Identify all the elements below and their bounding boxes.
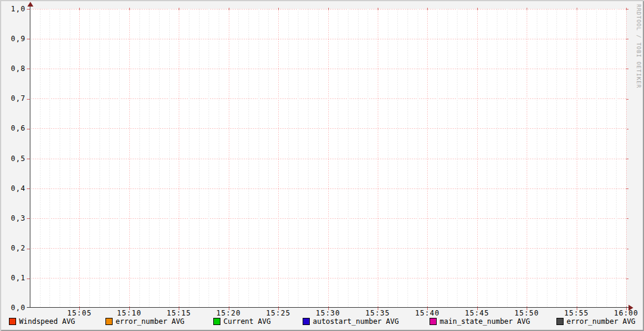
legend-item: Windspeed AVG	[9, 317, 75, 326]
x-major-tick	[328, 8, 329, 10]
y-tick-label: 0,1	[0, 274, 27, 281]
y-tick-label: 0,7	[0, 95, 27, 102]
x-grid-line-minor	[169, 9, 170, 308]
x-tick-label: 15:20	[216, 310, 241, 317]
legend: Windspeed AVGerror_number AVGCurrent AVG…	[0, 317, 644, 327]
legend-swatch	[9, 318, 16, 325]
x-grid-line-minor	[348, 9, 349, 308]
x-grid-line-minor	[99, 9, 100, 308]
legend-label: autostart_number AVG	[313, 317, 399, 326]
x-grid-line-minor	[248, 9, 249, 308]
legend-label: Current AVG	[223, 317, 270, 326]
x-grid-line-minor	[418, 9, 418, 308]
x-tick-label: 15:55	[564, 310, 589, 317]
x-tick-label: 15:15	[167, 310, 191, 317]
legend-label: Windspeed AVG	[19, 317, 75, 326]
x-grid-line-minor	[447, 9, 448, 308]
x-major-tick	[527, 8, 527, 10]
x-axis-line	[27, 307, 629, 308]
x-grid-line-major	[477, 9, 478, 308]
x-grid-line-minor	[209, 9, 209, 308]
x-grid-line-minor	[199, 9, 200, 308]
x-grid-line-minor	[40, 9, 41, 308]
x-grid-line-minor	[259, 9, 259, 308]
x-grid-line-minor	[397, 9, 398, 308]
legend-item: error_number AVG	[105, 317, 185, 326]
x-grid-line-major	[179, 9, 179, 308]
x-grid-line-major	[626, 9, 627, 308]
x-grid-line-major	[527, 9, 527, 308]
x-grid-line-minor	[507, 9, 508, 308]
x-grid-line-minor	[567, 9, 567, 308]
x-grid-line-minor	[219, 9, 219, 308]
legend-swatch	[105, 318, 113, 325]
y-tick-label: 0,0	[0, 304, 27, 311]
plot-area	[30, 9, 626, 308]
grid	[30, 9, 626, 308]
legend-label: error_number AVG	[116, 317, 185, 326]
x-grid-line-major	[129, 9, 130, 308]
x-grid-line-minor	[407, 9, 408, 308]
x-grid-line-minor	[556, 9, 557, 308]
x-tick-label: 15:25	[266, 310, 291, 317]
x-grid-line-minor	[70, 9, 70, 308]
x-grid-line-minor	[119, 9, 120, 308]
x-grid-line-minor	[388, 9, 388, 308]
x-major-tick	[229, 8, 229, 10]
x-major-tick	[577, 8, 577, 10]
y-tick-label: 0,6	[0, 125, 27, 132]
y-tick-label: 0,5	[0, 155, 27, 162]
x-grid-line-minor	[89, 9, 90, 308]
x-grid-line-major	[328, 9, 329, 308]
x-major-tick	[477, 8, 478, 10]
x-major-tick	[378, 8, 378, 10]
x-grid-line-minor	[547, 9, 547, 308]
x-grid-line-minor	[318, 9, 319, 308]
x-tick-label: 16:00	[614, 310, 638, 317]
y-axis-tick-labels: 1,00,90,80,70,60,50,40,30,20,10,0	[0, 9, 27, 308]
x-tick-label: 15:45	[465, 310, 489, 317]
x-grid-line-major	[278, 9, 279, 308]
legend-item: autostart_number AVG	[303, 317, 399, 326]
y-tick-label: 1,0	[0, 5, 27, 13]
watermark: RRDTOOL / TOBI OETIKER	[636, 4, 642, 88]
legend-swatch	[303, 318, 310, 325]
y-axis-line	[30, 6, 30, 308]
x-major-tick	[278, 8, 279, 10]
legend-swatch	[430, 318, 437, 325]
x-grid-line-minor	[487, 9, 487, 308]
legend-item: Current AVG	[213, 317, 270, 326]
x-grid-line-minor	[338, 9, 338, 308]
y-tick-label: 0,2	[0, 245, 27, 252]
x-grid-line-minor	[606, 9, 607, 308]
x-grid-line-major	[79, 9, 80, 308]
x-tick-label: 15:05	[67, 310, 92, 317]
x-grid-line-minor	[457, 9, 458, 308]
legend-item: main_state_number AVG	[430, 317, 530, 326]
x-grid-line-major	[577, 9, 577, 308]
x-grid-line-minor	[159, 9, 160, 308]
x-grid-line-minor	[149, 9, 150, 308]
x-tick-label: 15:50	[515, 310, 539, 317]
legend-label: main_state_number AVG	[440, 317, 530, 326]
legend-swatch	[556, 318, 564, 325]
x-grid-line-minor	[298, 9, 298, 308]
x-grid-line-minor	[497, 9, 497, 308]
x-grid-line-minor	[586, 9, 587, 308]
x-grid-line-minor	[368, 9, 368, 308]
x-grid-line-minor	[139, 9, 140, 308]
x-major-tick	[179, 8, 179, 10]
y-tick-label: 0,8	[0, 65, 27, 72]
x-grid-line-minor	[437, 9, 438, 308]
x-axis-tick-labels: 15:0515:1015:1515:2015:2515:3015:3515:40…	[30, 310, 626, 318]
x-grid-line-minor	[596, 9, 597, 308]
x-grid-line-major	[427, 9, 428, 308]
x-major-tick	[427, 8, 428, 10]
x-grid-line-minor	[268, 9, 269, 308]
y-tick-label: 0,9	[0, 35, 27, 42]
legend-swatch	[213, 318, 220, 325]
legend-label: error_number AVG	[567, 317, 636, 326]
rrdtool-graph: 1,00,90,80,70,60,50,40,30,20,10,0 15:051…	[0, 0, 644, 331]
x-grid-line-minor	[189, 9, 189, 308]
legend-item: error_number AVG	[556, 317, 636, 326]
